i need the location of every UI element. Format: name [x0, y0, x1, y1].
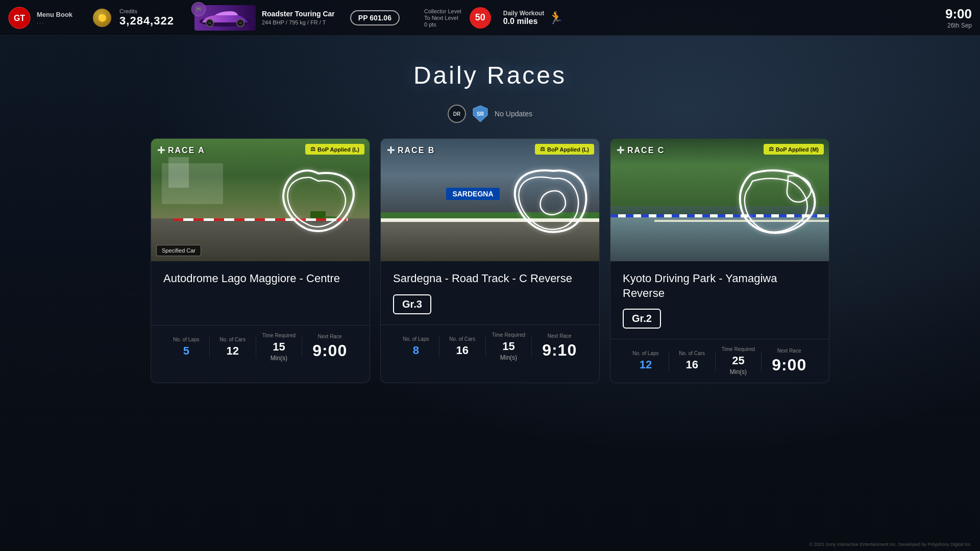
race-b-laps: No. of Laps 8: [393, 336, 439, 357]
race-a-cars-value: 12: [226, 344, 238, 358]
race-a-laps: No. of Laps 5: [163, 337, 209, 358]
car-name: Roadster Touring Car: [262, 10, 335, 18]
collector-section: Collector Level To Next Level 0 pts 50: [412, 7, 491, 29]
race-c-time: Time Required 25 Min(s): [716, 346, 762, 375]
update-bar: DR SR No Updates: [448, 105, 532, 123]
collector-pts: 0 pts: [424, 21, 436, 28]
race-b-track-outline: [507, 163, 589, 237]
race-a-next-time: 9:00: [312, 341, 347, 360]
race-c-label: RACE C: [627, 146, 665, 155]
dr-badge: DR: [448, 105, 466, 123]
race-b-next-race: Next Race 9:10: [532, 333, 587, 360]
race-a-track-name: Autodrome Lago Maggiore - Centre: [163, 271, 357, 286]
race-card-c[interactable]: ✛ RACE C ⚖ BoP Applied (M): [610, 138, 829, 383]
gt-logo-icon: GT: [8, 7, 31, 29]
race-a-track-outline: [278, 163, 359, 237]
page-title: Daily Races: [413, 61, 567, 89]
race-b-time-label: Time Required: [492, 332, 525, 338]
race-c-body: Kyoto Driving Park - Yamagiwa Reverse Gr…: [610, 261, 829, 339]
race-a-cars: No. of Cars 12: [210, 337, 256, 358]
race-b-label: RACE B: [398, 146, 435, 155]
race-a-image: ✛ RACE A ⚖ BoP Applied (L) Specified Car: [151, 139, 370, 261]
race-card-a[interactable]: ✛ RACE A ⚖ BoP Applied (L) Specified Car: [151, 138, 370, 383]
credits-value: 3,284,322: [119, 14, 174, 28]
race-a-bop-text: BoP Applied (L): [317, 146, 359, 153]
race-b-time-value: 15: [502, 340, 514, 353]
time-display: 9:00: [945, 6, 972, 22]
race-c-time-value: 25: [732, 354, 744, 367]
collector-level-badge: 50: [470, 7, 491, 29]
svg-text:SR: SR: [477, 111, 484, 117]
race-a-time-value: 15: [273, 340, 285, 354]
bop-scale-icon: ⚖: [310, 146, 315, 153]
credits-label: Credits: [119, 8, 174, 14]
race-a-time: Time Required 15 Min(s): [256, 333, 302, 362]
race-c-track-outline: [737, 163, 819, 237]
race-a-laps-value: 5: [183, 344, 189, 358]
race-b-track-name: Sardegna - Road Track - C Reverse: [393, 271, 587, 286]
race-b-cars-label: No. of Cars: [449, 336, 475, 342]
race-c-time-label: Time Required: [722, 346, 755, 352]
svg-point-4: [208, 21, 211, 24]
race-card-b[interactable]: SARDEGNA ✛ RACE B ⚖ BoP Applied (L): [380, 138, 600, 383]
race-c-bop-badge: ⚖ BoP Applied (M): [764, 144, 824, 155]
race-c-next-time: 9:00: [772, 356, 806, 374]
topbar: GT Menu Book ... 🟡 Credits 3,284,322 🎮: [0, 0, 980, 36]
date-display: 26th Sep: [945, 22, 972, 29]
race-c-cars: No. of Cars 16: [669, 350, 715, 371]
race-a-time-label: Time Required: [262, 333, 296, 338]
workout-section: Daily Workout 0.0 miles 🏃: [503, 10, 564, 26]
race-b-car-class: Gr.3: [393, 294, 431, 314]
race-b-body: Sardegna - Road Track - C Reverse Gr.3: [381, 261, 599, 324]
race-c-badge: ✛ RACE C: [617, 145, 665, 156]
credits-coin-icon: 🟡: [93, 9, 111, 27]
race-b-cars: No. of Cars 16: [439, 336, 485, 357]
specified-car-badge: Specified Car: [156, 245, 201, 256]
no-updates-label: No Updates: [495, 110, 532, 118]
race-c-time-unit: Min(s): [730, 368, 747, 375]
race-b-cars-value: 16: [456, 344, 468, 357]
race-c-bop-text: BoP Applied (M): [776, 146, 819, 153]
sr-badge-icon: SR: [471, 105, 489, 123]
race-b-laps-value: 8: [413, 344, 419, 357]
race-a-bop-badge: ⚖ BoP Applied (L): [305, 144, 364, 155]
bop-c-scale-icon: ⚖: [769, 146, 774, 153]
race-c-stats: No. of Laps 12 No. of Cars 16 Time Requi…: [610, 339, 829, 383]
race-a-next-label: Next Race: [318, 334, 342, 339]
workout-label: Daily Workout: [503, 10, 544, 17]
copyright-text: © 2023 Sony Interactive Entertainment In…: [810, 542, 972, 547]
menu-title: Menu Book: [37, 11, 72, 18]
svg-text:GT: GT: [14, 14, 25, 22]
race-a-cars-label: No. of Cars: [219, 337, 246, 342]
race-a-badge: ✛ RACE A: [157, 145, 205, 156]
race-cards-container: ✛ RACE A ⚖ BoP Applied (L) Specified Car: [120, 138, 860, 383]
race-a-cross-icon: ✛: [157, 145, 165, 156]
svg-point-6: [239, 21, 242, 24]
sardegna-sign: SARDEGNA: [446, 188, 499, 200]
race-a-stats: No. of Laps 5 No. of Cars 12 Time Requir…: [151, 325, 370, 369]
race-b-bop-text: BoP Applied (L): [547, 146, 589, 153]
race-a-laps-label: No. of Laps: [173, 337, 199, 342]
current-car-section[interactable]: 🎮: [194, 5, 335, 31]
race-b-next-label: Next Race: [548, 333, 572, 339]
car-specs: 244 BHP / 795 kg / FR / T: [262, 19, 335, 26]
race-c-car-class: Gr.2: [623, 309, 661, 329]
race-c-cars-label: No. of Cars: [679, 350, 705, 356]
bop-b-scale-icon: ⚖: [540, 146, 545, 153]
menu-book[interactable]: Menu Book ...: [37, 11, 72, 24]
car-info: Roadster Touring Car 244 BHP / 795 kg / …: [262, 10, 335, 26]
race-b-time-unit: Min(s): [500, 354, 517, 361]
race-a-time-unit: Min(s): [271, 355, 287, 362]
pp-section: PP 601.06: [350, 10, 400, 26]
race-b-cross-icon: ✛: [387, 145, 395, 156]
race-c-cross-icon: ✛: [617, 145, 624, 156]
workout-value: 0.0 miles: [503, 17, 544, 26]
pp-value: PP 601.06: [350, 10, 400, 26]
race-a-next-race: Next Race 9:00: [302, 334, 357, 360]
car-type-badge: 🎮: [191, 2, 206, 16]
race-b-time: Time Required 15 Min(s): [486, 332, 532, 361]
main-content: Daily Races DR SR No Updates: [0, 36, 980, 383]
race-c-next-label: Next Race: [777, 348, 801, 354]
race-c-image: ✛ RACE C ⚖ BoP Applied (M): [610, 139, 829, 261]
race-b-image: SARDEGNA ✛ RACE B ⚖ BoP Applied (L): [381, 139, 599, 261]
